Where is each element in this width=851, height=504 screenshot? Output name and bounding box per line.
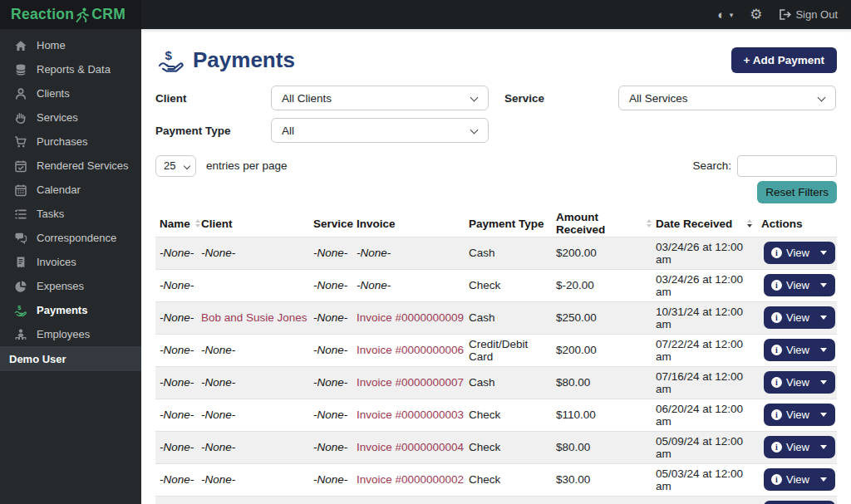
theme-contrast-icon: ◐	[718, 8, 726, 21]
sidebar-item-payments[interactable]: $Payments	[0, 298, 141, 322]
cell-amount: $30.00	[552, 463, 652, 496]
caret-down-icon[interactable]	[820, 445, 827, 449]
invoice-link[interactable]: Invoice #0000000003	[357, 409, 464, 421]
logo-block: Reaction CRM	[0, 0, 141, 29]
table-row: -None--None--None-Invoice #0000000002Che…	[155, 463, 837, 496]
filter-row-2: Payment Type All	[155, 118, 837, 143]
view-button[interactable]: iView	[764, 371, 835, 394]
cell-name	[155, 496, 197, 504]
sort-icon[interactable]	[647, 219, 652, 228]
cell-payment-type: Check	[465, 463, 552, 496]
sidebar-item-calendar[interactable]: Calendar	[0, 178, 141, 202]
topbar: Reaction CRM ◐ ▾ ⚙ Sign Ou	[0, 0, 851, 29]
sort-icon[interactable]	[747, 219, 752, 228]
theme-toggle[interactable]: ◐ ▾	[718, 8, 734, 21]
info-icon: i	[771, 247, 782, 258]
settings-button[interactable]: ⚙	[750, 7, 762, 22]
view-button[interactable]: iView	[764, 306, 835, 329]
sidebar-item-home[interactable]: Home	[0, 33, 141, 57]
cell-date: 03/24/26 at 12:00 am	[652, 269, 757, 301]
service-select-value: All Services	[629, 92, 688, 105]
filters: Client All Clients Service All Services …	[155, 86, 837, 143]
caret-down-icon[interactable]	[820, 348, 827, 352]
view-button[interactable]: iView	[764, 242, 835, 264]
caret-down-icon[interactable]	[820, 251, 827, 255]
cell-client: -None-	[197, 399, 309, 431]
sort-icon[interactable]	[195, 219, 200, 228]
invoice-link[interactable]: Invoice #0000000009	[357, 311, 464, 324]
cell-service: -None-	[309, 431, 352, 463]
user-name: Demo User	[9, 353, 66, 365]
caret-down-icon[interactable]	[820, 477, 827, 482]
column-header-name[interactable]: Name	[155, 211, 197, 237]
sign-out-button[interactable]: Sign Out	[779, 8, 838, 21]
reset-row: Reset Filters	[155, 181, 837, 203]
info-icon: i	[771, 280, 782, 291]
column-header-amount-received[interactable]: Amount Received	[552, 211, 652, 237]
svg-text:$: $	[17, 304, 22, 311]
info-icon: i	[771, 345, 782, 355]
view-button[interactable]: iView	[764, 339, 835, 361]
sidebar-item-employees[interactable]: Employees	[0, 322, 141, 346]
info-icon: i	[771, 474, 782, 485]
invoice-link[interactable]: Invoice #0000000002	[357, 473, 464, 486]
service-select[interactable]: All Services	[618, 86, 836, 110]
cell-actions: iView	[757, 496, 837, 504]
view-button[interactable]: iView	[764, 274, 835, 296]
column-header-actions: Actions	[757, 211, 837, 237]
column-header-payment-type: Payment Type	[465, 211, 552, 237]
sidebar-item-tasks[interactable]: Tasks	[0, 202, 141, 226]
cell-date: 10/31/24 at 12:00 am	[652, 301, 757, 334]
sidebar-user[interactable]: Demo User	[0, 346, 141, 371]
sidebar-item-correspondence[interactable]: Correspondence	[0, 226, 141, 250]
cell-amount: $250.00	[552, 301, 652, 334]
cell-name: -None-	[155, 237, 197, 269]
column-header-date-received[interactable]: Date Received	[652, 211, 757, 237]
cell-amount: $80.00	[552, 366, 652, 399]
hand-icon	[14, 111, 27, 125]
client-link[interactable]: Bob and Susie Jones	[201, 311, 307, 324]
cell-service: -None-	[309, 237, 352, 269]
people-icon	[14, 328, 27, 341]
sidebar-item-rendered-services[interactable]: Rendered Services	[0, 154, 141, 178]
entries-per-page-label: entries per page	[206, 159, 288, 172]
view-button[interactable]: iView	[764, 404, 835, 426]
invoice-link[interactable]: Invoice #0000000007	[357, 376, 464, 389]
page-header: $ Payments + Add Payment	[155, 46, 837, 75]
payment-type-select[interactable]: All	[271, 118, 489, 143]
add-payment-button[interactable]: + Add Payment	[731, 47, 837, 73]
calendar-icon	[14, 183, 27, 197]
gear-icon: ⚙	[750, 7, 762, 22]
page-size-select[interactable]: 25	[155, 155, 196, 177]
cell-date: 05/03/24 at 12:00 am	[652, 463, 757, 496]
view-button[interactable]: iView	[764, 436, 835, 458]
view-button[interactable]: iView	[764, 468, 835, 491]
caret-down-icon[interactable]	[820, 413, 827, 417]
view-button[interactable]: iView	[764, 501, 835, 504]
cell-service: -None-	[309, 334, 352, 366]
invoice-link[interactable]: Invoice #0000000006	[357, 344, 464, 356]
cell-date: 07/16/24 at 12:00 am	[652, 366, 757, 399]
sidebar-item-purchases[interactable]: Purchases	[0, 130, 141, 154]
search-input[interactable]	[737, 155, 837, 177]
caret-down-icon[interactable]	[820, 380, 827, 384]
table-row: iView	[155, 496, 837, 504]
client-select[interactable]: All Clients	[271, 86, 489, 110]
sidebar-item-clients[interactable]: Clients	[0, 81, 141, 105]
info-icon: i	[771, 377, 782, 388]
cell-payment-type: Cash	[465, 237, 552, 269]
app-logo[interactable]: Reaction CRM	[11, 6, 125, 23]
table-row: -None--None--None-Invoice #0000000003Che…	[155, 399, 837, 431]
payments-table: NameClientServiceInvoicePayment TypeAmou…	[155, 211, 837, 504]
reset-filters-button[interactable]: Reset Filters	[757, 181, 837, 203]
cell-client: -None-	[197, 366, 309, 399]
cell-service: -None-	[309, 399, 352, 431]
cell-date: 07/22/24 at 12:00 am	[652, 334, 757, 366]
caret-down-icon[interactable]	[820, 283, 827, 287]
sidebar-item-reports-data[interactable]: Reports & Data	[0, 57, 141, 81]
sidebar-item-expenses[interactable]: Expenses	[0, 274, 141, 298]
invoice-link[interactable]: Invoice #0000000004	[357, 441, 464, 453]
sidebar-item-invoices[interactable]: Invoices	[0, 250, 141, 274]
sidebar-item-services[interactable]: Services	[0, 105, 141, 130]
caret-down-icon[interactable]	[820, 316, 827, 320]
